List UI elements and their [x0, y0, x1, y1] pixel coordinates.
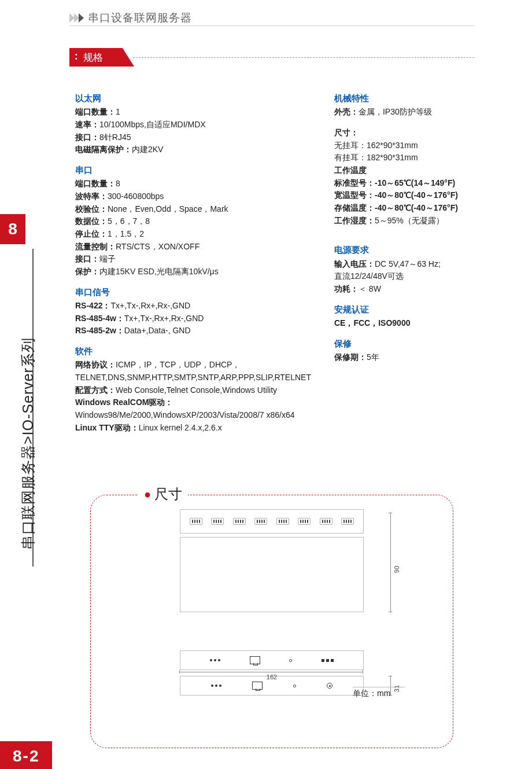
signal-rs422: RS-422：Tx+,Tx-,Rx+,Rx-,GND: [75, 300, 311, 312]
serial-parity: 校验位：None，Even,Odd，Space，Mark: [75, 203, 311, 216]
size-title: 尺寸：: [334, 127, 468, 139]
software-win-value: Windows98/Me/2000,WindowsXP/2003/Vista/2…: [75, 409, 311, 422]
dim-label-162: 162: [267, 674, 277, 680]
ethernet-ports: 端口数量：1: [75, 106, 311, 119]
software-cfg: 配置方式：Web Console,Telnet Console,Windows …: [75, 384, 311, 397]
dip-switch-icon: [322, 659, 334, 662]
diagram-title-wrap: ● 尺寸: [138, 485, 188, 503]
ethernet-speed: 速率：10/100Mbps,自适应MDI/MDX: [75, 119, 311, 131]
side-label: 串口联网服务器>IO-Server系列: [19, 337, 38, 550]
mech-title: 机械特性: [334, 91, 468, 105]
led-icon: [211, 685, 221, 687]
rj45-icon: [252, 682, 263, 690]
warranty-title: 保修: [334, 337, 468, 350]
diagram-drawing: 90 31 162 单位：mm: [162, 509, 382, 696]
terminal-port-icon: [341, 518, 354, 525]
humidity: 工作湿度：5～95%（无凝露）: [334, 215, 468, 227]
spec-header: 规格: [69, 48, 474, 67]
power-cons: 功耗：＜ 8W: [334, 283, 468, 296]
left-column: 以太网 端口数量：1 速率：10/100Mbps,自适应MDI/MDX 接口：8…: [75, 91, 311, 434]
power-vin2: 直流12/24/48V可选: [334, 270, 468, 283]
chapter-number: 8: [8, 220, 17, 238]
serial-stop: 停止位：1，1.5，2: [75, 228, 311, 241]
software-win: Windows RealCOM驱动：: [75, 396, 311, 409]
top-title: 串口设备联网服务器: [88, 10, 192, 25]
serial-iface: 接口：端子: [75, 253, 311, 266]
right-column: 机械特性 外壳：金属，IP30防护等级 尺寸： 无挂耳：162*90*31mm …: [334, 91, 468, 434]
dim-label-90: 90: [393, 566, 400, 573]
mech-shell: 外壳：金属，IP30防护等级: [334, 106, 468, 119]
cert-title: 安规认证: [334, 303, 468, 316]
terminal-port-icon: [320, 518, 332, 525]
spec-title: 规格: [83, 51, 103, 64]
indicator-icon: [293, 685, 296, 687]
spec-header-red: 规格: [69, 48, 134, 67]
chapter-tab: 8: [0, 214, 25, 244]
page-number: 8-2: [0, 741, 52, 769]
terminal-port-icon: [254, 518, 267, 525]
software-linux: Linux TTY驱动：Linux kernel 2.4.x,2.6.x: [75, 422, 311, 435]
serial-ports: 端口数量：8: [75, 178, 311, 190]
signal-rs485-2w: RS-485-2w：Data+,Data-, GND: [75, 325, 311, 337]
device-plan-view: [180, 537, 364, 612]
temp-std: 标准型号：-10～65℃(14～149°F): [334, 177, 468, 190]
temp-title: 工作温度: [334, 164, 468, 177]
temp-wide: 宽温型号：-40～80℃(-40～176°F): [334, 189, 468, 202]
cert-value: CE，FCC，ISO9000: [334, 317, 468, 330]
dimension-diagram: ● 尺寸 90 31: [90, 495, 453, 748]
rj45-icon: [250, 656, 260, 664]
terminal-port-icon: [233, 518, 246, 525]
size-withear: 有挂耳：182*90*31mm: [334, 152, 468, 164]
dim-bracket-162: [179, 672, 363, 672]
device-top-view: [180, 509, 364, 533]
serial-protect: 保护：内建15KV ESD,光电隔离10kV/μs: [75, 266, 311, 278]
ethernet-iso: 电磁隔离保护：内建2KV: [75, 144, 311, 156]
ethernet-title: 以太网: [75, 91, 311, 105]
serial-data: 数据位：5，6，7，8: [75, 215, 311, 228]
software-proto2: TELNET,DNS,SNMP,HTTP,SMTP,SNTP,ARP,PPP,S…: [75, 371, 311, 384]
terminal-port-icon: [211, 518, 224, 525]
top-bar: 串口设备联网服务器: [69, 10, 192, 25]
software-title: 软件: [75, 344, 311, 358]
signal-title: 串口信号: [75, 285, 311, 299]
dots-icon: [75, 53, 83, 61]
reset-button-icon: [327, 683, 332, 689]
arrow-icon: [69, 13, 83, 23]
serial-flow: 流量控制：RTS/CTS，XON/XOFF: [75, 241, 311, 253]
indicator-icon: [289, 659, 292, 662]
diagram-title: 尺寸: [154, 485, 182, 503]
diagram-unit: 单位：mm: [353, 687, 405, 699]
terminal-port-icon: [190, 518, 202, 525]
led-icon: [210, 659, 220, 661]
top-divider: [69, 25, 474, 26]
serial-baud: 波特率：300-460800bps: [75, 190, 311, 203]
ethernet-iface: 接口：8针RJ45: [75, 131, 311, 144]
signal-rs485-4w: RS-485-4w：Tx+,Tx-,Rx+,Rx-,GND: [75, 312, 311, 325]
serial-title: 串口: [75, 163, 311, 176]
temp-store: 存储温度：-40～80℃(-40～176°F): [334, 202, 468, 215]
device-front-view: [180, 650, 364, 670]
terminal-port-icon: [298, 518, 311, 525]
power-title: 电源要求: [334, 243, 468, 256]
size-noear: 无挂耳：162*90*31mm: [334, 139, 468, 152]
power-vin: 输入电压：DC 5V,47～63 Hz;: [334, 258, 468, 271]
terminal-port-icon: [276, 518, 289, 525]
page-number-text: 8-2: [13, 747, 39, 765]
warranty-row: 保修期：5年: [334, 351, 468, 364]
content-columns: 以太网 端口数量：1 速率：10/100Mbps,自适应MDI/MDX 接口：8…: [75, 91, 468, 434]
software-proto: 网络协议：ICMP，IP，TCP，UDP，DHCP，: [75, 359, 311, 371]
dim-bracket-90: [390, 513, 391, 612]
